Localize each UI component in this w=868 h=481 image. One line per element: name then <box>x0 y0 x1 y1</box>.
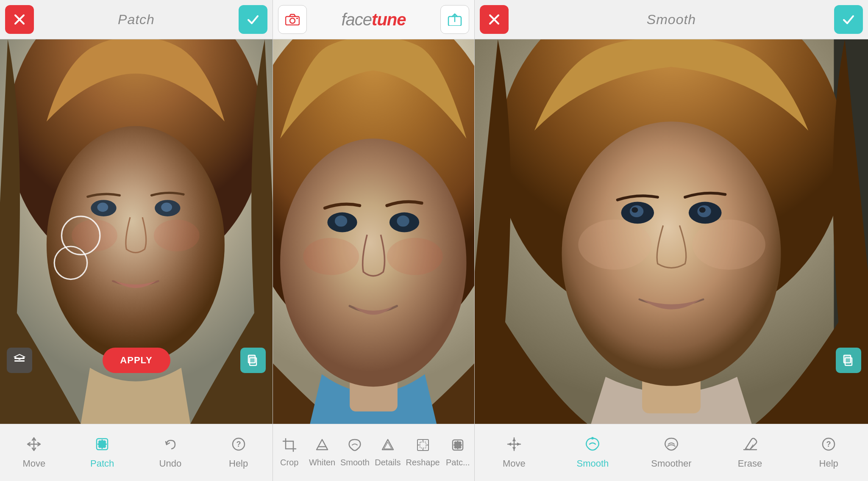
confirm-button-smooth[interactable] <box>834 5 863 34</box>
tool-help-left[interactable]: ? Help <box>204 424 273 481</box>
face-svg-right <box>475 39 868 424</box>
tool-smooth-active[interactable]: Smooth <box>554 424 632 481</box>
smoother-icon <box>663 436 679 455</box>
svg-text:?: ? <box>236 440 241 448</box>
tool-help-right[interactable]: ? Help <box>789 424 868 481</box>
tool-undo-left[interactable]: Undo <box>136 424 205 481</box>
camera-icon <box>285 14 300 25</box>
tool-patch-active[interactable]: Patch <box>68 424 136 481</box>
smooth-toolbar: Move Smooth Smoother <box>475 424 868 481</box>
header-patch: Patch <box>0 0 273 39</box>
svg-rect-73 <box>844 355 851 363</box>
tool-undo-label: Undo <box>159 458 182 469</box>
cancel-button-smooth[interactable] <box>480 5 509 34</box>
copy-button-left[interactable] <box>240 348 266 373</box>
crop-icon <box>282 438 297 454</box>
tool-patch-label: Patch <box>90 458 114 469</box>
tool-patch-label-center: Patc... <box>446 458 470 467</box>
svg-text:?: ? <box>826 440 831 448</box>
tool-help-label-left: Help <box>229 458 248 469</box>
tool-patch-center[interactable]: Patc... <box>442 424 474 481</box>
panel-center: facetune <box>273 0 475 481</box>
copy-button-right[interactable] <box>836 348 861 373</box>
apply-label: APPLY <box>120 355 152 366</box>
svg-point-39 <box>303 238 359 275</box>
tool-smoother[interactable]: Smoother <box>632 424 711 481</box>
svg-marker-74 <box>512 438 516 441</box>
details-icon <box>381 438 395 454</box>
svg-point-20 <box>103 440 106 444</box>
svg-point-43 <box>335 216 347 227</box>
logo-tune: tune <box>372 10 406 29</box>
tool-whiten-label: Whiten <box>309 458 335 467</box>
smooth-title: Smooth <box>647 12 696 28</box>
center-image-area[interactable] <box>273 39 474 424</box>
move-icon-right <box>506 436 522 455</box>
panel-smooth: Smooth <box>475 0 868 481</box>
center-photo <box>273 39 474 424</box>
patch-image-area[interactable]: APPLY <box>0 39 273 424</box>
svg-point-52 <box>459 442 462 445</box>
svg-point-10 <box>154 219 200 251</box>
cancel-button-patch[interactable] <box>5 5 34 34</box>
patch-toolbar: Move Patch <box>0 424 273 481</box>
svg-marker-75 <box>512 447 516 451</box>
patch-title: Patch <box>118 12 155 28</box>
help-icon-right: ? <box>821 436 837 455</box>
whiten-icon <box>315 438 329 454</box>
svg-marker-46 <box>382 440 393 450</box>
tool-reshape[interactable]: Reshape <box>404 424 442 481</box>
share-button[interactable] <box>440 5 469 34</box>
tool-smoother-label: Smoother <box>651 458 691 469</box>
share-icon <box>448 13 462 26</box>
tool-crop-label: Crop <box>280 458 298 467</box>
tool-move-label-left: Move <box>22 458 45 469</box>
center-toolbar: Crop Whiten Smooth <box>273 424 474 481</box>
patch-icon-active <box>94 436 110 455</box>
svg-point-70 <box>632 207 638 213</box>
smooth-photo <box>475 39 868 424</box>
header-smooth: Smooth <box>475 0 868 39</box>
tool-whiten[interactable]: Whiten <box>306 424 338 481</box>
smooth-icon-active <box>584 436 601 455</box>
panel-patch: Patch <box>0 0 273 481</box>
tool-smooth[interactable]: Smooth <box>339 424 371 481</box>
tool-erase[interactable]: Erase <box>711 424 790 481</box>
svg-point-71 <box>699 207 706 213</box>
svg-rect-49 <box>420 442 426 448</box>
tool-reshape-label: Reshape <box>406 458 440 467</box>
svg-point-19 <box>98 440 102 444</box>
x-icon <box>13 13 26 26</box>
smooth-image-area[interactable] <box>475 39 868 424</box>
layers-icon <box>13 354 26 367</box>
svg-point-51 <box>454 442 457 445</box>
apply-button[interactable]: APPLY <box>103 348 170 373</box>
svg-point-7 <box>97 203 108 212</box>
svg-rect-17 <box>248 355 255 363</box>
tool-move-left[interactable]: Move <box>0 424 68 481</box>
copy-icon-right <box>842 354 855 367</box>
svg-point-4 <box>47 126 225 363</box>
tool-details[interactable]: Details <box>371 424 404 481</box>
face-svg-center <box>273 39 474 424</box>
svg-point-9 <box>72 219 117 251</box>
camera-button[interactable] <box>278 5 307 34</box>
svg-rect-14 <box>14 360 25 362</box>
layers-button[interactable] <box>7 348 32 373</box>
svg-point-22 <box>103 445 106 448</box>
move-icon <box>26 436 42 455</box>
x-icon-right <box>487 13 501 26</box>
tool-help-label-right: Help <box>819 458 838 469</box>
svg-point-78 <box>591 437 594 440</box>
tool-move-right[interactable]: Move <box>475 424 554 481</box>
facetune-logo: facetune <box>341 10 406 29</box>
svg-rect-29 <box>296 18 298 19</box>
svg-point-64 <box>578 219 651 269</box>
svg-rect-24 <box>101 440 103 449</box>
smooth-icon-center <box>348 438 362 454</box>
confirm-button-patch[interactable] <box>239 5 267 34</box>
help-icon-left: ? <box>231 436 247 455</box>
svg-point-44 <box>397 216 409 227</box>
tool-erase-label: Erase <box>738 458 762 469</box>
tool-crop[interactable]: Crop <box>273 424 306 481</box>
